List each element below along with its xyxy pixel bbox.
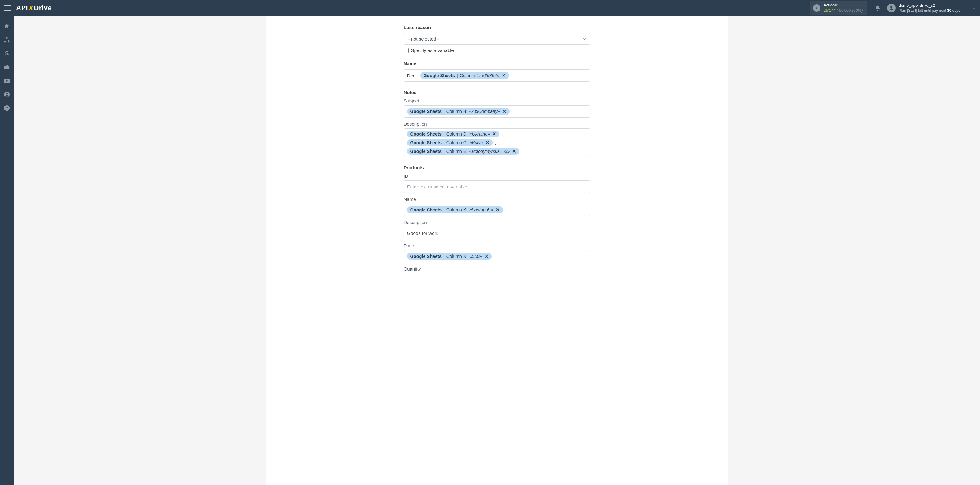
checkbox-input[interactable] bbox=[404, 48, 409, 53]
actions-total: 50'000 bbox=[839, 8, 851, 13]
actions-counter[interactable]: i Actions: 25'144 / 50'000 (50%) bbox=[810, 1, 867, 15]
top-header: APIXDrive i Actions: 25'144 / 50'000 (50… bbox=[0, 0, 980, 16]
label-notes-subject: Subject bbox=[404, 98, 590, 103]
separator-comma: , bbox=[495, 140, 496, 146]
name-prefix: Deal: bbox=[407, 73, 418, 78]
products-id-textinput[interactable] bbox=[407, 184, 587, 189]
close-icon[interactable]: ✕ bbox=[503, 109, 507, 114]
input-products-price[interactable]: Google Sheets | Column N: «500» ✕ bbox=[404, 250, 590, 263]
label-name: Name bbox=[404, 61, 590, 66]
user-name: demo_apix-drive_s2 bbox=[899, 3, 960, 8]
chip-pname-0[interactable]: Google Sheets | Column K: «Laptop-6 » ✕ bbox=[407, 206, 503, 213]
label-products-quantity: Quantity bbox=[404, 266, 590, 271]
chip-desc-0[interactable]: Google Sheets | Column D: «Ukraine» ✕ bbox=[407, 131, 500, 138]
nav-help-icon[interactable]: ? bbox=[0, 101, 14, 114]
logo[interactable]: APIXDrive bbox=[16, 4, 52, 12]
svg-text:?: ? bbox=[6, 106, 8, 110]
user-menu[interactable]: demo_apix-drive_s2 Plan |Start| left unt… bbox=[887, 3, 976, 13]
svg-rect-3 bbox=[8, 41, 9, 43]
main-area: Loss reason - not selected - Specify as … bbox=[14, 16, 980, 485]
logo-text-x: X bbox=[29, 4, 33, 12]
input-products-description[interactable]: Goods for work bbox=[404, 227, 590, 239]
checkbox-label: Specify as a variable bbox=[411, 48, 454, 53]
label-products-id: ID bbox=[404, 173, 590, 179]
select-loss-reason[interactable]: - not selected - bbox=[404, 33, 590, 44]
nav-home-icon[interactable] bbox=[0, 20, 14, 33]
checkbox-specify-variable[interactable]: Specify as a variable bbox=[404, 48, 590, 53]
chip-desc-2[interactable]: Google Sheets | Column E: «Volodymyrska,… bbox=[407, 148, 520, 155]
nav-connections-icon[interactable] bbox=[0, 33, 14, 46]
section-products: Products ID Name Google Sheets | Column … bbox=[404, 165, 590, 271]
input-notes-subject[interactable]: Google Sheets | Column B: «ApiCompany» ✕ bbox=[404, 105, 590, 117]
label-products-price: Price bbox=[404, 243, 590, 248]
notifications-icon[interactable] bbox=[875, 5, 881, 11]
logo-text-api: API bbox=[16, 4, 28, 12]
form-column: Loss reason - not selected - Specify as … bbox=[404, 25, 590, 271]
actions-used: 25'144 bbox=[824, 8, 835, 13]
close-icon[interactable]: ✕ bbox=[502, 73, 506, 78]
info-icon: i bbox=[813, 4, 821, 12]
user-text: demo_apix-drive_s2 Plan |Start| left unt… bbox=[899, 3, 960, 13]
chevron-down-icon[interactable] bbox=[972, 6, 976, 10]
input-products-name[interactable]: Google Sheets | Column K: «Laptop-6 » ✕ bbox=[404, 204, 590, 216]
sidebar: ? bbox=[0, 16, 14, 485]
field-loss-reason: Loss reason - not selected - Specify as … bbox=[404, 25, 590, 53]
label-products-name: Name bbox=[404, 197, 590, 202]
chip-name-0[interactable]: Google Sheets | Column J: «36854» ✕ bbox=[420, 72, 509, 79]
content-card: Loss reason - not selected - Specify as … bbox=[266, 16, 728, 485]
input-name[interactable]: Deal: Google Sheets | Column J: «36854» … bbox=[404, 69, 590, 82]
svg-point-7 bbox=[6, 93, 8, 95]
close-icon[interactable]: ✕ bbox=[512, 149, 516, 154]
chip-price-0[interactable]: Google Sheets | Column N: «500» ✕ bbox=[407, 253, 492, 260]
section-notes: Notes Subject Google Sheets | Column B: … bbox=[404, 90, 590, 157]
user-plan: Plan |Start| left until payment 30 days bbox=[899, 8, 960, 13]
actions-sep: / bbox=[835, 8, 839, 13]
close-icon[interactable]: ✕ bbox=[496, 208, 500, 212]
close-icon[interactable]: ✕ bbox=[485, 140, 490, 145]
menu-toggle[interactable] bbox=[4, 5, 11, 11]
separator-comma: , bbox=[502, 132, 503, 137]
input-notes-description[interactable]: Google Sheets | Column D: «Ukraine» ✕ , … bbox=[404, 128, 590, 157]
input-products-id[interactable] bbox=[404, 181, 590, 193]
label-products: Products bbox=[404, 165, 590, 170]
svg-rect-2 bbox=[4, 41, 6, 43]
nav-account-icon[interactable] bbox=[0, 88, 14, 101]
svg-point-0 bbox=[891, 6, 892, 8]
svg-rect-1 bbox=[6, 38, 8, 39]
close-icon[interactable]: ✕ bbox=[492, 132, 496, 136]
actions-label: Actions: bbox=[824, 3, 862, 8]
label-notes-description: Description bbox=[404, 121, 590, 127]
close-icon[interactable]: ✕ bbox=[485, 254, 488, 259]
label-notes: Notes bbox=[404, 90, 590, 95]
label-products-description: Description bbox=[404, 220, 590, 225]
actions-pct: (50%) bbox=[852, 8, 863, 13]
chip-subject-0[interactable]: Google Sheets | Column B: «ApiCompany» ✕ bbox=[407, 108, 510, 115]
chip-desc-1[interactable]: Google Sheets | Column C: «Kyiv» ✕ bbox=[407, 139, 493, 146]
label-loss-reason: Loss reason bbox=[404, 25, 590, 30]
nav-billing-icon[interactable] bbox=[0, 47, 14, 60]
nav-video-icon[interactable] bbox=[0, 74, 14, 87]
logo-text-drive: Drive bbox=[34, 4, 52, 12]
actions-text: Actions: 25'144 / 50'000 (50%) bbox=[824, 3, 862, 13]
field-name: Name Deal: Google Sheets | Column J: «36… bbox=[404, 61, 590, 82]
avatar-icon bbox=[887, 4, 896, 13]
nav-briefcase-icon[interactable] bbox=[0, 61, 14, 74]
select-loss-reason-wrap: - not selected - bbox=[404, 33, 590, 44]
products-description-text: Goods for work bbox=[407, 231, 439, 236]
